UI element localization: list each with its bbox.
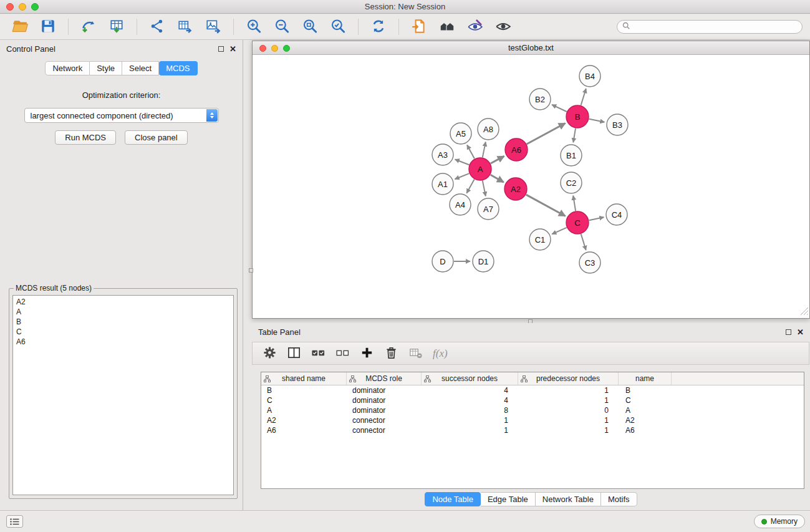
export-image-button[interactable] <box>201 17 226 37</box>
mcds-result-item[interactable]: B <box>16 317 230 327</box>
graph-edge-C-C4[interactable] <box>589 217 604 220</box>
graph-edge-B-B2[interactable] <box>552 105 567 112</box>
table-settings-button[interactable] <box>263 346 277 362</box>
run-mcds-button[interactable]: Run MCDS <box>55 130 116 145</box>
table-row[interactable]: A2connector11A2 <box>261 415 804 425</box>
graph-node-B1[interactable]: B1 <box>561 145 582 166</box>
float-panel-icon[interactable] <box>786 329 791 335</box>
graph-node-C1[interactable]: C1 <box>529 229 551 250</box>
network-canvas[interactable]: AA1A2A3A4A5A6A7A8BB1B2B3B4CC1C2C3C4DD1 <box>253 55 809 318</box>
graph-node-C3[interactable]: C3 <box>579 252 600 273</box>
export-network-button[interactable] <box>145 17 170 37</box>
network-canvas-area[interactable]: AA1A2A3A4A5A6A7A8BB1B2B3B4CC1C2C3C4DD1 <box>253 55 809 318</box>
graph-edge-C-C2[interactable] <box>573 196 576 211</box>
graph-edge-C-C3[interactable] <box>581 234 586 250</box>
close-window-icon[interactable] <box>6 3 14 11</box>
search-field[interactable] <box>617 20 803 34</box>
network-close-icon[interactable] <box>259 45 266 52</box>
graph-node-A2[interactable]: A2 <box>504 178 527 200</box>
graph-edge-A-A4[interactable] <box>466 180 474 193</box>
graph-edge-A-A6[interactable] <box>491 156 504 163</box>
delete-column-button[interactable] <box>384 346 398 362</box>
column-header-shared-name[interactable]: shared name <box>261 372 347 385</box>
graph-node-A5[interactable]: A5 <box>450 123 471 144</box>
search-input[interactable] <box>634 22 797 31</box>
tab-style[interactable]: Style <box>90 61 122 75</box>
graph-edge-A-A5[interactable] <box>467 145 475 158</box>
graph-node-A7[interactable]: A7 <box>478 198 499 220</box>
style-preview-button[interactable] <box>463 17 488 37</box>
graph-node-B4[interactable]: B4 <box>579 65 600 87</box>
close-panel-icon[interactable]: ✕ <box>797 328 804 336</box>
memory-button[interactable]: Memory <box>754 515 805 528</box>
save-session-button[interactable] <box>36 17 60 37</box>
float-panel-icon[interactable] <box>218 46 224 52</box>
graph-edge-B-B4[interactable] <box>581 89 586 105</box>
graph-edge-C-C1[interactable] <box>552 228 567 235</box>
column-header-name[interactable]: name <box>619 372 672 385</box>
minimize-window-icon[interactable] <box>19 3 26 11</box>
graph-node-C2[interactable]: C2 <box>561 172 582 193</box>
table-row[interactable]: Adominator80A <box>261 405 804 415</box>
table-row[interactable]: A6connector11A6 <box>261 425 804 435</box>
zoom-out-button[interactable] <box>269 17 294 37</box>
import-network-button[interactable] <box>76 17 101 37</box>
table-row[interactable]: Cdominator41C <box>261 395 804 405</box>
tab-network[interactable]: Network <box>45 61 90 75</box>
graph-node-C4[interactable]: C4 <box>606 204 627 225</box>
graph-edge-A6-B[interactable] <box>527 123 566 145</box>
graph-edge-A-A2[interactable] <box>491 175 504 182</box>
table-row[interactable]: Bdominator41B <box>261 385 804 395</box>
show-columns-button[interactable] <box>287 346 301 362</box>
tab-mcds[interactable]: MCDS <box>159 61 197 75</box>
select-all-button[interactable] <box>311 346 325 362</box>
home-networks-button[interactable] <box>435 17 460 37</box>
window-resize-grip[interactable] <box>800 307 809 317</box>
network-window-titlebar[interactable]: testGlobe.txt <box>253 41 809 55</box>
tab-node-table[interactable]: Node Table <box>425 492 481 506</box>
graph-edge-A-A1[interactable] <box>455 173 470 179</box>
graph-node-D1[interactable]: D1 <box>473 251 494 272</box>
graph-node-C[interactable]: C <box>566 211 589 234</box>
tab-select[interactable]: Select <box>122 61 159 75</box>
tab-network-table[interactable]: Network Table <box>536 492 601 506</box>
mcds-result-list[interactable]: A2ABCA6 <box>12 295 234 495</box>
graph-edge-A-A8[interactable] <box>483 142 486 158</box>
graph-edge-A-A3[interactable] <box>455 160 470 165</box>
open-file-button[interactable] <box>7 17 32 37</box>
graph-node-A6[interactable]: A6 <box>505 138 528 161</box>
graph-edge-B-B1[interactable] <box>573 128 576 143</box>
show-hide-graphics-button[interactable] <box>491 17 516 37</box>
delete-table-button[interactable] <box>408 346 423 362</box>
close-panel-button[interactable]: Close panel <box>125 130 188 145</box>
deselect-all-button[interactable] <box>335 346 350 362</box>
apply-layout-button[interactable] <box>366 17 391 37</box>
graph-node-A1[interactable]: A1 <box>432 173 453 195</box>
graph-node-D[interactable]: D <box>432 251 453 272</box>
tab-edge-table[interactable]: Edge Table <box>481 492 536 506</box>
graph-node-A4[interactable]: A4 <box>450 194 471 215</box>
graph-edge-B-B3[interactable] <box>589 119 605 122</box>
zoom-in-button[interactable] <box>241 17 266 37</box>
open-session-file-button[interactable] <box>407 17 432 37</box>
graph-edge-A-A7[interactable] <box>483 181 486 196</box>
column-header-successor-nodes[interactable]: successor nodes <box>422 372 518 385</box>
mcds-result-item[interactable]: A2 <box>16 297 230 307</box>
criterion-dropdown[interactable]: largest connected component (directed) <box>24 108 219 123</box>
app-titlebar[interactable]: Session: New Session <box>0 0 810 14</box>
column-header-mcds-role[interactable]: MCDS role <box>347 372 422 385</box>
tab-motifs[interactable]: Motifs <box>601 492 637 506</box>
network-minimize-icon[interactable] <box>271 45 278 52</box>
zoom-fit-button[interactable] <box>297 17 322 37</box>
close-panel-icon[interactable]: ✕ <box>229 45 236 53</box>
maximize-window-icon[interactable] <box>31 3 39 11</box>
graph-node-B[interactable]: B <box>566 105 589 128</box>
mcds-result-item[interactable]: A6 <box>16 337 230 347</box>
function-builder-button[interactable]: f(x) <box>433 347 448 360</box>
graph-node-B3[interactable]: B3 <box>607 114 628 135</box>
graph-edge-A2-C[interactable] <box>526 195 566 216</box>
graph-node-B2[interactable]: B2 <box>529 89 551 110</box>
mcds-result-item[interactable]: C <box>16 327 230 337</box>
graph-node-A[interactable]: A <box>469 158 491 180</box>
graph-node-A3[interactable]: A3 <box>432 144 453 165</box>
